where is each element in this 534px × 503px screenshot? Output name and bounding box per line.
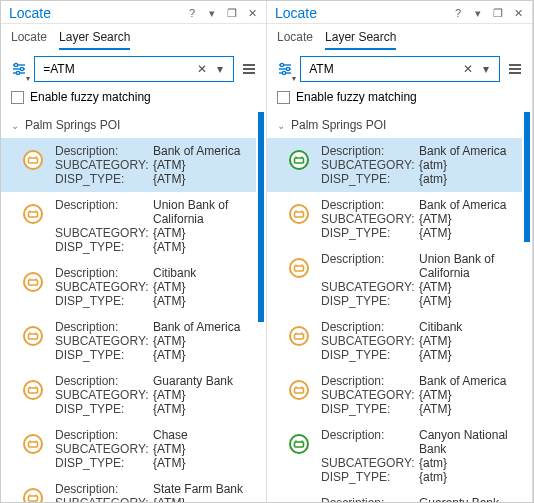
field-value-disp: {ATM} xyxy=(153,240,256,254)
clear-icon[interactable]: ✕ xyxy=(193,60,211,78)
dropdown-icon[interactable]: ▾ xyxy=(470,5,486,21)
poi-icon xyxy=(21,432,45,456)
field-label-desc: Description: xyxy=(55,374,145,388)
result-row[interactable]: Description:Canyon National BankSUBCATEG… xyxy=(267,422,522,490)
field-value-desc: Union Bank of California xyxy=(153,198,256,226)
field-value-sub: {ATM} xyxy=(153,334,240,348)
filter-button[interactable]: ▾ xyxy=(275,57,294,81)
field-value-desc: Citibank xyxy=(153,266,196,280)
field-label-disp: DISP_TYPE: xyxy=(55,348,145,362)
field-label-disp: DISP_TYPE: xyxy=(55,172,145,186)
field-value-disp: {ATM} xyxy=(419,348,462,362)
field-label-desc: Description: xyxy=(321,320,411,334)
search-dropdown-icon[interactable]: ▾ xyxy=(211,60,229,78)
search-input[interactable] xyxy=(43,62,193,76)
menu-button[interactable] xyxy=(506,57,524,81)
result-row[interactable]: Description:Bank of AmericaSUBCATEGORY:{… xyxy=(1,138,256,192)
field-label-desc: Description: xyxy=(55,482,145,496)
field-value-sub: {ATM} xyxy=(153,442,188,456)
svg-point-9 xyxy=(24,151,42,169)
field-value-desc: Bank of America xyxy=(419,374,506,388)
scrollbar-thumb[interactable] xyxy=(524,112,530,242)
filter-button[interactable]: ▾ xyxy=(9,57,28,81)
field-value-desc: Canyon National Bank xyxy=(419,428,522,456)
field-value-disp: {atm} xyxy=(419,172,506,186)
field-value-sub: {ATM} xyxy=(419,388,506,402)
result-row[interactable]: Description:Bank of AmericaSUBCATEGORY:{… xyxy=(267,192,522,246)
scrollbar[interactable] xyxy=(258,112,264,502)
poi-icon xyxy=(287,378,311,402)
field-value-sub: {atm} xyxy=(419,456,522,470)
field-label-sub: SUBCATEGORY: xyxy=(55,334,145,348)
close-icon[interactable]: ✕ xyxy=(510,5,526,21)
tab-locate[interactable]: Locate xyxy=(277,30,313,50)
svg-point-58 xyxy=(290,327,308,345)
result-row[interactable]: Description:CitibankSUBCATEGORY:{ATM}DIS… xyxy=(1,260,256,314)
field-value-desc: Bank of America xyxy=(153,144,240,158)
field-label-sub: SUBCATEGORY: xyxy=(55,158,145,172)
poi-icon xyxy=(21,378,45,402)
field-label-sub: SUBCATEGORY: xyxy=(321,334,411,348)
field-label-disp: DISP_TYPE: xyxy=(321,402,411,416)
result-row[interactable]: Description:State Farm BankSUBCATEGORY:{… xyxy=(1,476,256,502)
result-row[interactable]: Description:Bank of AmericaSUBCATEGORY:{… xyxy=(267,138,522,192)
search-dropdown-icon[interactable]: ▾ xyxy=(477,60,495,78)
fuzzy-checkbox[interactable] xyxy=(11,91,24,104)
field-label-desc: Description: xyxy=(55,144,145,158)
tab-layer-search[interactable]: Layer Search xyxy=(59,30,130,50)
poi-icon xyxy=(21,486,45,502)
tab-layer-search[interactable]: Layer Search xyxy=(325,30,396,50)
result-row[interactable]: Description:Guaranty BankSUBCATEGORY:{AT… xyxy=(1,368,256,422)
svg-point-21 xyxy=(24,327,42,345)
field-label-sub: SUBCATEGORY: xyxy=(55,496,145,502)
poi-icon xyxy=(287,324,311,348)
field-label-sub: SUBCATEGORY: xyxy=(321,280,411,294)
scrollbar-thumb[interactable] xyxy=(258,112,264,322)
poi-icon xyxy=(21,270,45,294)
field-value-disp: {atm} xyxy=(419,470,522,484)
field-value-disp: {ATM} xyxy=(153,456,188,470)
result-row[interactable]: Description:Bank of AmericaSUBCATEGORY:{… xyxy=(1,314,256,368)
field-value-sub: {atm} xyxy=(419,158,506,172)
fuzzy-label: Enable fuzzy matching xyxy=(30,90,151,104)
group-header[interactable]: ⌄Palm Springs POI xyxy=(1,112,256,138)
chevron-down-icon: ⌄ xyxy=(277,120,285,131)
clear-icon[interactable]: ✕ xyxy=(459,60,477,78)
restore-icon[interactable]: ❐ xyxy=(490,5,506,21)
pane-title: Locate xyxy=(275,5,450,21)
search-input[interactable] xyxy=(309,62,459,76)
svg-point-4 xyxy=(20,67,23,70)
dropdown-icon[interactable]: ▾ xyxy=(204,5,220,21)
fuzzy-checkbox[interactable] xyxy=(277,91,290,104)
poi-icon xyxy=(287,202,311,226)
menu-button[interactable] xyxy=(240,57,258,81)
result-row[interactable]: Description:ChaseSUBCATEGORY:{ATM}DISP_T… xyxy=(1,422,256,476)
scrollbar[interactable] xyxy=(524,112,530,502)
group-title: Palm Springs POI xyxy=(25,118,120,132)
svg-point-5 xyxy=(16,71,19,74)
field-label-sub: SUBCATEGORY: xyxy=(55,442,145,456)
result-row[interactable]: Description:Bank of AmericaSUBCATEGORY:{… xyxy=(267,368,522,422)
field-value-desc: State Farm Bank xyxy=(153,482,243,496)
field-value-disp: {ATM} xyxy=(153,294,196,308)
svg-point-50 xyxy=(290,205,308,223)
help-icon[interactable]: ? xyxy=(450,5,466,21)
close-icon[interactable]: ✕ xyxy=(244,5,260,21)
result-row[interactable]: Description:Guaranty BankSUBCATEGORY:{AT… xyxy=(267,490,522,502)
svg-point-13 xyxy=(24,205,42,223)
result-row[interactable]: Description:Union Bank of CaliforniaSUBC… xyxy=(267,246,522,314)
svg-point-46 xyxy=(290,151,308,169)
result-row[interactable]: Description:Union Bank of CaliforniaSUBC… xyxy=(1,192,256,260)
field-value-disp: {ATM} xyxy=(419,402,506,416)
field-label-sub: SUBCATEGORY: xyxy=(55,388,145,402)
restore-icon[interactable]: ❐ xyxy=(224,5,240,21)
field-value-desc: Bank of America xyxy=(419,198,506,212)
svg-point-41 xyxy=(286,67,289,70)
tab-locate[interactable]: Locate xyxy=(11,30,47,50)
help-icon[interactable]: ? xyxy=(184,5,200,21)
result-row[interactable]: Description:CitibankSUBCATEGORY:{ATM}DIS… xyxy=(267,314,522,368)
group-header[interactable]: ⌄Palm Springs POI xyxy=(267,112,522,138)
field-label-sub: SUBCATEGORY: xyxy=(55,280,145,294)
field-label-disp: DISP_TYPE: xyxy=(321,172,411,186)
field-label-desc: Description: xyxy=(55,428,145,442)
